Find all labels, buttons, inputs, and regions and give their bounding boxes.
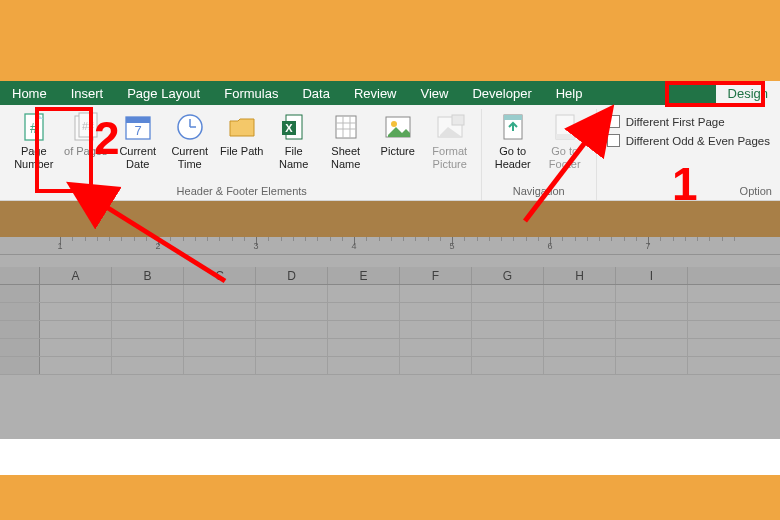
format-picture-icon xyxy=(434,111,466,143)
cell[interactable] xyxy=(400,321,472,338)
excel-file-icon: X xyxy=(278,111,310,143)
row-header[interactable] xyxy=(0,321,40,338)
column-header[interactable]: B xyxy=(112,267,184,284)
cell[interactable] xyxy=(472,303,544,320)
cell[interactable] xyxy=(400,303,472,320)
cell[interactable] xyxy=(40,285,112,302)
picture-button[interactable]: Picture xyxy=(373,109,423,158)
tab-help[interactable]: Help xyxy=(544,81,595,105)
cell[interactable] xyxy=(544,339,616,356)
cell[interactable] xyxy=(184,357,256,374)
column-header[interactable]: F xyxy=(400,267,472,284)
column-header[interactable]: I xyxy=(616,267,688,284)
cell[interactable] xyxy=(616,285,688,302)
cell[interactable] xyxy=(184,303,256,320)
sheet-name-button[interactable]: Sheet Name xyxy=(321,109,371,170)
picture-label: Picture xyxy=(381,145,415,158)
cell[interactable] xyxy=(328,357,400,374)
tab-data[interactable]: Data xyxy=(290,81,341,105)
cell[interactable] xyxy=(472,285,544,302)
cell[interactable] xyxy=(256,285,328,302)
cell[interactable] xyxy=(472,339,544,356)
cell[interactable] xyxy=(40,339,112,356)
cell[interactable] xyxy=(400,357,472,374)
goto-footer-button[interactable]: Go to Footer xyxy=(540,109,590,170)
cell[interactable] xyxy=(616,303,688,320)
column-header[interactable]: G xyxy=(472,267,544,284)
cell[interactable] xyxy=(184,321,256,338)
cell[interactable] xyxy=(40,303,112,320)
column-header[interactable]: H xyxy=(544,267,616,284)
cell[interactable] xyxy=(112,303,184,320)
tab-developer[interactable]: Developer xyxy=(460,81,543,105)
different-first-page-checkbox[interactable]: Different First Page xyxy=(607,115,770,128)
goto-header-label: Go to Header xyxy=(488,145,538,170)
cell[interactable] xyxy=(256,321,328,338)
svg-rect-24 xyxy=(504,115,522,120)
cell[interactable] xyxy=(184,285,256,302)
cell[interactable] xyxy=(256,303,328,320)
sheet-name-label: Sheet Name xyxy=(321,145,371,170)
row-header[interactable] xyxy=(0,285,40,302)
cell[interactable] xyxy=(112,339,184,356)
cell[interactable] xyxy=(472,357,544,374)
goto-header-button[interactable]: Go to Header xyxy=(488,109,538,170)
row-header[interactable] xyxy=(0,303,40,320)
current-date-button[interactable]: 7 Current Date xyxy=(113,109,163,170)
cell[interactable] xyxy=(400,339,472,356)
tab-formulas[interactable]: Formulas xyxy=(212,81,290,105)
cell[interactable] xyxy=(40,357,112,374)
column-headers: A B C D E F G H I xyxy=(0,267,780,285)
tab-review[interactable]: Review xyxy=(342,81,409,105)
current-time-label: Current Time xyxy=(165,145,215,170)
number-of-pages-label: of Pages xyxy=(64,145,107,158)
cell[interactable] xyxy=(328,321,400,338)
page-number-button[interactable]: # Page Number xyxy=(9,109,59,170)
row-header[interactable] xyxy=(0,357,40,374)
cell[interactable] xyxy=(400,285,472,302)
cell[interactable] xyxy=(328,285,400,302)
calendar-icon: 7 xyxy=(122,111,154,143)
cell[interactable] xyxy=(544,357,616,374)
file-path-button[interactable]: File Path xyxy=(217,109,267,158)
group-options: Different First Page Different Odd & Eve… xyxy=(597,109,780,200)
ribbon-tabs: Home Insert Page Layout Formulas Data Re… xyxy=(0,81,780,105)
cell[interactable] xyxy=(112,321,184,338)
column-header[interactable]: E xyxy=(328,267,400,284)
number-of-pages-button[interactable]: ## of Pages xyxy=(61,109,111,158)
cell[interactable] xyxy=(40,321,112,338)
cell[interactable] xyxy=(544,285,616,302)
cell[interactable] xyxy=(616,339,688,356)
tab-view[interactable]: View xyxy=(409,81,461,105)
worksheet-area: 1234567 A B C D E F G H I xyxy=(0,237,780,475)
cell[interactable] xyxy=(472,321,544,338)
cell[interactable] xyxy=(544,321,616,338)
cell[interactable] xyxy=(616,321,688,338)
column-header[interactable]: D xyxy=(256,267,328,284)
row-header[interactable] xyxy=(0,339,40,356)
sheet-icon xyxy=(330,111,362,143)
cell[interactable] xyxy=(184,339,256,356)
tab-insert[interactable]: Insert xyxy=(59,81,116,105)
cell[interactable] xyxy=(616,357,688,374)
cell[interactable] xyxy=(328,339,400,356)
file-name-button[interactable]: X File Name xyxy=(269,109,319,170)
current-time-button[interactable]: Current Time xyxy=(165,109,215,170)
tab-page-layout[interactable]: Page Layout xyxy=(115,81,212,105)
cell[interactable] xyxy=(256,339,328,356)
tab-design[interactable]: Design xyxy=(716,81,780,105)
different-odd-even-label: Different Odd & Even Pages xyxy=(626,135,770,147)
cell[interactable] xyxy=(256,357,328,374)
different-odd-even-checkbox[interactable]: Different Odd & Even Pages xyxy=(607,134,770,147)
grid-rows xyxy=(0,285,780,375)
cell[interactable] xyxy=(328,303,400,320)
cell[interactable] xyxy=(544,303,616,320)
svg-text:7: 7 xyxy=(134,123,141,138)
tab-home[interactable]: Home xyxy=(0,81,59,105)
cell[interactable] xyxy=(112,357,184,374)
column-header[interactable]: A xyxy=(40,267,112,284)
cell[interactable] xyxy=(112,285,184,302)
column-header[interactable]: C xyxy=(184,267,256,284)
select-all-corner[interactable] xyxy=(0,267,40,284)
format-picture-button[interactable]: Format Picture xyxy=(425,109,475,170)
